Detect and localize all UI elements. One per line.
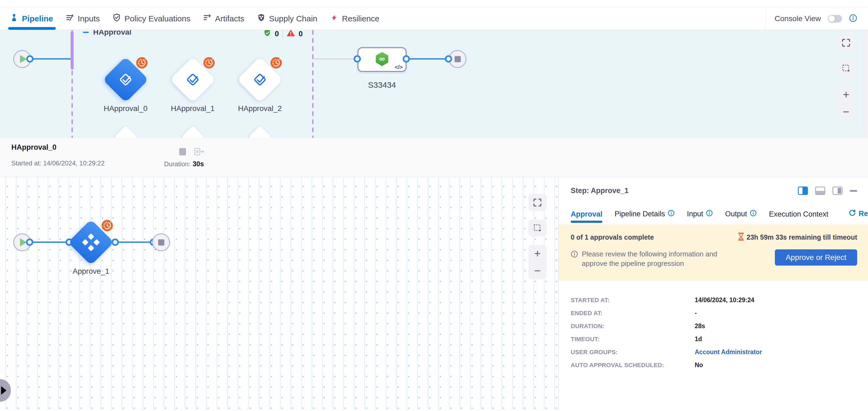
connector-dot	[26, 55, 34, 63]
info-icon[interactable]	[750, 210, 757, 219]
tab-label: Output	[725, 210, 747, 218]
abort-icon[interactable]	[179, 148, 186, 155]
node-happroval-1[interactable]: HApproval_1	[170, 57, 216, 103]
connector-dot	[403, 55, 410, 63]
panel-layout-controls	[798, 187, 857, 195]
node-approve-1[interactable]: Approve_1	[68, 219, 114, 265]
node-label: Approve_1	[52, 267, 130, 276]
detail-row: AUTO APPROVAL SCHEDULED: No	[571, 361, 857, 369]
canvas-scrollbar[interactable]	[864, 30, 868, 138]
tab-artifacts[interactable]: Artifacts	[203, 7, 244, 30]
nav-tabs: Pipeline Inputs Policy Evaluations Artif…	[10, 7, 379, 30]
detail-value: 28s	[695, 322, 705, 330]
bottom-split: Approve_1 + − Step: Approve_1	[0, 177, 868, 410]
info-icon[interactable]	[668, 210, 675, 219]
edge-approve-to-end	[116, 242, 152, 243]
refresh-label: Re	[859, 210, 868, 218]
stage-header[interactable]: HApproval	[83, 30, 131, 36]
tab-input[interactable]: Input	[687, 210, 713, 224]
console-view-toggle[interactable]	[828, 15, 842, 23]
inputs-icon	[65, 13, 74, 24]
nav-tab-label: Resilience	[342, 14, 379, 23]
banner-action-row: Please review the following information …	[571, 249, 857, 268]
connector-dot	[26, 239, 33, 246]
fit-to-screen-button[interactable]	[528, 194, 546, 211]
mark-failed-icon[interactable]	[194, 148, 205, 157]
zoom-in-button[interactable]: +	[843, 89, 849, 100]
panel-header: Step: Approve_1	[559, 177, 868, 195]
approval-check-icon	[251, 71, 268, 88]
node-label: S33434	[358, 81, 407, 90]
stop-icon	[455, 56, 461, 62]
approval-check-icon	[184, 71, 201, 88]
node-happroval-2[interactable]: HApproval_2	[237, 57, 283, 103]
marquee-zoom-button[interactable]	[837, 60, 855, 76]
info-icon[interactable]	[706, 210, 713, 219]
tab-label: Input	[687, 210, 703, 218]
clock-badge-icon	[136, 57, 148, 68]
tab-inputs[interactable]: Inputs	[65, 7, 100, 30]
svg-text:∞: ∞	[379, 54, 385, 63]
fit-to-screen-button[interactable]	[837, 34, 855, 51]
timeout-text: 23h 59m 33s remaining till timeout	[747, 233, 857, 241]
execution-graph-canvas[interactable]: Approve_1 + −	[0, 177, 558, 410]
zoom-out-button[interactable]: −	[534, 265, 541, 277]
nav-tab-label: Inputs	[78, 14, 100, 23]
clock-badge-icon	[271, 57, 282, 68]
expand-drawer-handle[interactable]	[0, 379, 11, 402]
error-count: 0	[299, 30, 303, 38]
tab-pipeline[interactable]: Pipeline	[10, 7, 53, 30]
partial-node	[114, 126, 137, 138]
refresh-button[interactable]: Re	[848, 209, 868, 224]
error-triangle-icon	[286, 30, 295, 39]
zoom-out-button[interactable]: −	[843, 106, 849, 118]
hourglass-icon	[738, 232, 744, 242]
marquee-zoom-button[interactable]	[528, 220, 546, 236]
tab-execution-context[interactable]: Execution Context	[769, 210, 828, 224]
clock-badge-icon	[101, 220, 113, 231]
connector-dot	[112, 239, 119, 246]
approve-or-reject-button[interactable]: Approve or Reject	[775, 249, 857, 265]
detail-label: AUTO APPROVAL SCHEDULED:	[571, 362, 695, 369]
stage-graph-canvas[interactable]: HApproval 0 0 HApproval_0 HApproval_1	[0, 30, 868, 138]
node-label: HApproval_1	[154, 104, 232, 113]
approval-diamonds-icon	[82, 233, 100, 251]
layout-right-panel-icon[interactable]	[798, 187, 808, 195]
duration-value: 30s	[192, 160, 204, 167]
stage-info-bar: HApproval_0 Started at: 14/06/2024, 10:2…	[0, 138, 868, 177]
node-happroval-0[interactable]: HApproval_0	[103, 57, 149, 103]
tab-resilience[interactable]: Resilience	[330, 7, 379, 30]
info-icon[interactable]	[849, 14, 857, 23]
detail-label: DURATION:	[571, 323, 695, 330]
zoom-in-button[interactable]: +	[534, 248, 541, 259]
node-label: HApproval_0	[86, 104, 165, 113]
tab-label: Approval	[571, 210, 602, 219]
tab-approval[interactable]: Approval	[571, 210, 602, 224]
layout-minimized-panel-icon[interactable]	[833, 187, 842, 195]
end-node[interactable]	[152, 233, 170, 251]
tab-pipeline-details[interactable]: Pipeline Details	[615, 210, 675, 224]
minimize-panel-icon[interactable]	[850, 190, 857, 192]
collapse-stage-icon[interactable]	[83, 32, 89, 33]
tab-label: Execution Context	[769, 210, 828, 219]
edge-step-to-end	[407, 58, 450, 60]
tab-output[interactable]: Output	[725, 210, 757, 224]
layout-bottom-panel-icon[interactable]	[815, 187, 825, 195]
tab-supply-chain[interactable]: Supply Chain	[257, 7, 317, 30]
tab-label: Pipeline Details	[615, 210, 665, 218]
nav-tab-label: Supply Chain	[269, 14, 317, 23]
app-window: Pipeline Inputs Policy Evaluations Artif…	[0, 0, 868, 411]
tab-policy-evaluations[interactable]: Policy Evaluations	[112, 7, 190, 30]
detail-label: TIMEOUT:	[571, 336, 695, 343]
node-s33434[interactable]: ∞ </>	[358, 47, 407, 72]
refresh-icon	[848, 209, 856, 219]
edge-start-to-approve	[30, 242, 68, 243]
stage-boundary-bar	[71, 31, 74, 70]
zoom-controls: + −	[528, 245, 546, 279]
console-view-label: Console View	[775, 14, 821, 23]
user-groups-link[interactable]: Account Administrator	[695, 348, 762, 356]
detail-label: STARTED AT:	[571, 297, 695, 304]
detail-label: USER GROUPS:	[571, 349, 695, 356]
approval-message: Please review the following information …	[582, 249, 740, 268]
stop-icon	[158, 239, 164, 246]
